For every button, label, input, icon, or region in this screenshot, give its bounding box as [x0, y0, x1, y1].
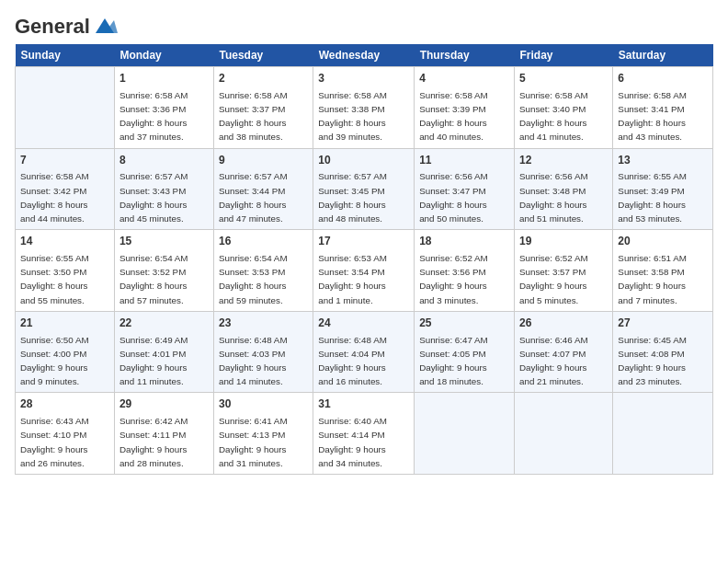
day-number: 16: [219, 234, 308, 249]
day-number: 2: [219, 71, 308, 86]
day-info: Sunrise: 6:50 AM Sunset: 4:00 PM Dayligh…: [20, 335, 89, 387]
calendar-cell: 20Sunrise: 6:51 AM Sunset: 3:58 PM Dayli…: [613, 230, 713, 312]
day-number: 1: [119, 71, 209, 86]
calendar-cell: 13Sunrise: 6:55 AM Sunset: 3:49 PM Dayli…: [613, 148, 713, 230]
calendar-cell: 4Sunrise: 6:58 AM Sunset: 3:39 PM Daylig…: [415, 67, 515, 149]
calendar-cell: 18Sunrise: 6:52 AM Sunset: 3:56 PM Dayli…: [415, 230, 515, 312]
calendar-cell: 17Sunrise: 6:53 AM Sunset: 3:54 PM Dayli…: [313, 230, 415, 312]
calendar-week-row: 1Sunrise: 6:58 AM Sunset: 3:36 PM Daylig…: [16, 67, 713, 149]
calendar-cell: 7Sunrise: 6:58 AM Sunset: 3:42 PM Daylig…: [16, 148, 115, 230]
day-info: Sunrise: 6:54 AM Sunset: 3:53 PM Dayligh…: [219, 253, 288, 305]
calendar-week-row: 28Sunrise: 6:43 AM Sunset: 4:10 PM Dayli…: [16, 393, 713, 475]
day-info: Sunrise: 6:54 AM Sunset: 3:52 PM Dayligh…: [119, 253, 188, 305]
calendar-cell: 27Sunrise: 6:45 AM Sunset: 4:08 PM Dayli…: [613, 311, 713, 393]
day-info: Sunrise: 6:55 AM Sunset: 3:49 PM Dayligh…: [618, 171, 687, 224]
calendar-cell: 2Sunrise: 6:58 AM Sunset: 3:37 PM Daylig…: [213, 67, 313, 149]
logo-general-text: General: [15, 15, 90, 39]
col-tuesday: Tuesday: [213, 44, 313, 67]
calendar-cell: 15Sunrise: 6:54 AM Sunset: 3:52 PM Dayli…: [114, 230, 213, 312]
day-number: 14: [20, 234, 109, 249]
day-info: Sunrise: 6:56 AM Sunset: 3:48 PM Dayligh…: [519, 171, 588, 224]
day-number: 29: [119, 396, 209, 412]
calendar-cell: 11Sunrise: 6:56 AM Sunset: 3:47 PM Dayli…: [415, 148, 515, 230]
calendar-cell: 12Sunrise: 6:56 AM Sunset: 3:48 PM Dayli…: [515, 148, 613, 230]
calendar-week-row: 14Sunrise: 6:55 AM Sunset: 3:50 PM Dayli…: [16, 230, 713, 312]
calendar-cell: [613, 393, 713, 475]
day-number: 5: [519, 71, 608, 86]
day-number: 31: [318, 396, 409, 412]
day-number: 18: [419, 234, 509, 249]
calendar-cell: 16Sunrise: 6:54 AM Sunset: 3:53 PM Dayli…: [213, 230, 313, 312]
day-info: Sunrise: 6:58 AM Sunset: 3:42 PM Dayligh…: [20, 171, 89, 224]
calendar-cell: 24Sunrise: 6:48 AM Sunset: 4:04 PM Dayli…: [313, 311, 415, 393]
day-info: Sunrise: 6:53 AM Sunset: 3:54 PM Dayligh…: [318, 253, 387, 305]
day-info: Sunrise: 6:41 AM Sunset: 4:13 PM Dayligh…: [219, 416, 288, 468]
day-number: 3: [318, 71, 409, 86]
calendar-cell: 6Sunrise: 6:58 AM Sunset: 3:41 PM Daylig…: [613, 67, 713, 149]
day-info: Sunrise: 6:58 AM Sunset: 3:41 PM Dayligh…: [618, 90, 687, 143]
day-number: 19: [519, 234, 608, 249]
calendar-cell: 5Sunrise: 6:58 AM Sunset: 3:40 PM Daylig…: [515, 67, 613, 149]
col-thursday: Thursday: [415, 44, 515, 67]
day-info: Sunrise: 6:57 AM Sunset: 3:44 PM Dayligh…: [219, 171, 288, 224]
calendar-cell: 22Sunrise: 6:49 AM Sunset: 4:01 PM Dayli…: [114, 311, 213, 393]
day-number: 24: [318, 316, 409, 331]
calendar-cell: 19Sunrise: 6:52 AM Sunset: 3:57 PM Dayli…: [515, 230, 613, 312]
day-number: 8: [119, 153, 209, 168]
calendar-cell: 23Sunrise: 6:48 AM Sunset: 4:03 PM Dayli…: [213, 311, 313, 393]
day-info: Sunrise: 6:57 AM Sunset: 3:43 PM Dayligh…: [119, 171, 188, 224]
calendar-cell: 30Sunrise: 6:41 AM Sunset: 4:13 PM Dayli…: [213, 393, 313, 475]
calendar-cell: 29Sunrise: 6:42 AM Sunset: 4:11 PM Dayli…: [114, 393, 213, 475]
day-info: Sunrise: 6:57 AM Sunset: 3:45 PM Dayligh…: [318, 171, 387, 224]
calendar-cell: [16, 67, 115, 149]
day-number: 20: [618, 234, 708, 249]
calendar-week-row: 7Sunrise: 6:58 AM Sunset: 3:42 PM Daylig…: [16, 148, 713, 230]
day-number: 25: [419, 316, 509, 331]
col-saturday: Saturday: [613, 44, 713, 67]
calendar-header-row: Sunday Monday Tuesday Wednesday Thursday…: [16, 44, 713, 67]
day-info: Sunrise: 6:58 AM Sunset: 3:39 PM Dayligh…: [419, 90, 488, 143]
col-monday: Monday: [114, 44, 213, 67]
calendar-cell: 21Sunrise: 6:50 AM Sunset: 4:00 PM Dayli…: [16, 311, 115, 393]
day-number: 6: [618, 71, 708, 86]
day-number: 7: [20, 153, 109, 168]
day-info: Sunrise: 6:43 AM Sunset: 4:10 PM Dayligh…: [20, 416, 89, 468]
col-wednesday: Wednesday: [313, 44, 415, 67]
day-info: Sunrise: 6:45 AM Sunset: 4:08 PM Dayligh…: [618, 335, 687, 387]
col-friday: Friday: [515, 44, 613, 67]
day-info: Sunrise: 6:46 AM Sunset: 4:07 PM Dayligh…: [519, 335, 588, 387]
calendar-cell: 9Sunrise: 6:57 AM Sunset: 3:44 PM Daylig…: [213, 148, 313, 230]
day-number: 23: [219, 316, 308, 331]
day-number: 21: [20, 316, 109, 331]
calendar-cell: [515, 393, 613, 475]
day-info: Sunrise: 6:40 AM Sunset: 4:14 PM Dayligh…: [318, 416, 387, 468]
calendar-cell: 1Sunrise: 6:58 AM Sunset: 3:36 PM Daylig…: [114, 67, 213, 149]
calendar-cell: 8Sunrise: 6:57 AM Sunset: 3:43 PM Daylig…: [114, 148, 213, 230]
day-info: Sunrise: 6:47 AM Sunset: 4:05 PM Dayligh…: [419, 335, 488, 387]
day-number: 26: [519, 316, 608, 331]
day-info: Sunrise: 6:55 AM Sunset: 3:50 PM Dayligh…: [20, 253, 89, 305]
calendar-cell: 28Sunrise: 6:43 AM Sunset: 4:10 PM Dayli…: [16, 393, 115, 475]
day-info: Sunrise: 6:48 AM Sunset: 4:04 PM Dayligh…: [318, 335, 387, 387]
logo: General: [15, 15, 118, 35]
calendar-cell: 31Sunrise: 6:40 AM Sunset: 4:14 PM Dayli…: [313, 393, 415, 475]
day-number: 27: [618, 316, 708, 331]
day-info: Sunrise: 6:49 AM Sunset: 4:01 PM Dayligh…: [119, 335, 188, 387]
day-number: 22: [119, 316, 209, 331]
day-number: 15: [119, 234, 209, 249]
calendar-week-row: 21Sunrise: 6:50 AM Sunset: 4:00 PM Dayli…: [16, 311, 713, 393]
day-number: 17: [318, 234, 409, 249]
day-number: 28: [20, 396, 109, 412]
page-container: General Sunday Monday Tuesday Wednesday …: [0, 0, 728, 484]
col-sunday: Sunday: [16, 44, 115, 67]
day-info: Sunrise: 6:42 AM Sunset: 4:11 PM Dayligh…: [119, 416, 188, 468]
header: General: [15, 15, 713, 35]
day-info: Sunrise: 6:52 AM Sunset: 3:57 PM Dayligh…: [519, 253, 588, 305]
calendar-cell: 25Sunrise: 6:47 AM Sunset: 4:05 PM Dayli…: [415, 311, 515, 393]
day-info: Sunrise: 6:52 AM Sunset: 3:56 PM Dayligh…: [419, 253, 488, 305]
day-info: Sunrise: 6:58 AM Sunset: 3:36 PM Dayligh…: [119, 90, 188, 143]
calendar-cell: [415, 393, 515, 475]
calendar-cell: 3Sunrise: 6:58 AM Sunset: 3:38 PM Daylig…: [313, 67, 415, 149]
calendar-table: Sunday Monday Tuesday Wednesday Thursday…: [15, 44, 713, 475]
logo-icon: [92, 17, 118, 37]
